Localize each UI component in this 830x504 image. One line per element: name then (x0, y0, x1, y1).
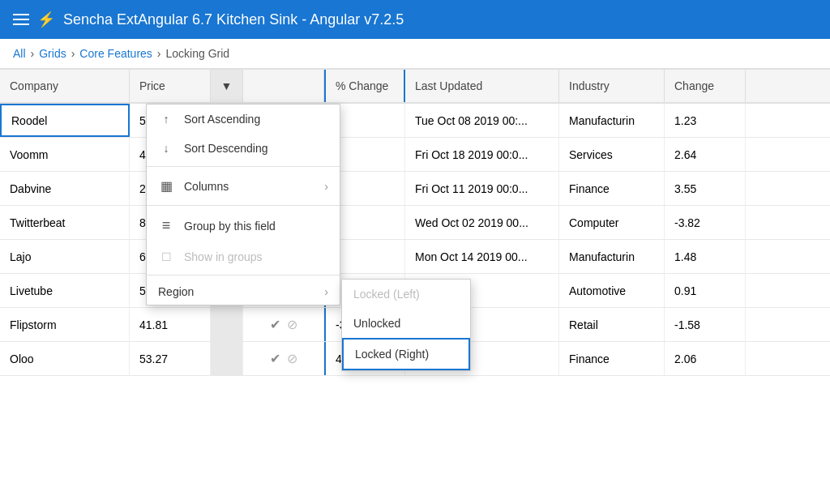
cell-change: 3.55 (665, 172, 746, 205)
cell-company: Flipstorm (0, 308, 130, 341)
breadcrumb: All › Grids › Core Features › Locking Gr… (0, 39, 830, 69)
cell-change: -1.58 (665, 308, 746, 341)
cell-change: 1.48 (665, 240, 746, 273)
checkbox-icon: ☐ (158, 250, 174, 263)
grid-header: Company Price ▼ % Change Last Updated In… (0, 70, 830, 104)
grid-container: Company Price ▼ % Change Last Updated In… (0, 69, 830, 501)
submenu-item-unlocked[interactable]: Unlocked (342, 309, 470, 338)
checkmark-icon: ✔ (270, 351, 280, 366)
cell-price: 53.27 (130, 342, 211, 375)
submenu-item-locked-left: Locked (Left) (342, 280, 470, 309)
col-header-industry[interactable]: Industry (559, 70, 665, 102)
cell-check: ✔ ⊘ (243, 308, 324, 341)
menu-divider-2 (147, 205, 340, 206)
app-title: Sencha ExtAngular 6.7 Kitchen Sink - Ang… (63, 11, 404, 28)
menu-item-group-by[interactable]: ≡ Group by this field (147, 209, 340, 242)
cell-lastupdated: Mon Oct 14 2019 00... (405, 240, 559, 273)
hamburger-menu[interactable] (13, 14, 29, 25)
menu-divider-3 (147, 275, 340, 275)
col-header-company[interactable]: Company (0, 70, 130, 102)
menu-label-sort-asc: Sort Ascending (184, 113, 328, 126)
cell-industry: Finance (559, 172, 665, 205)
breadcrumb-grids[interactable]: Grids (39, 47, 66, 60)
cell-company: Oloo (0, 342, 130, 375)
cell-change: 2.64 (665, 138, 746, 171)
cell-industry: Services (559, 138, 665, 171)
menu-item-region[interactable]: Region › Locked (Left) Unlocked Locked (… (147, 279, 340, 305)
table-row[interactable]: Roodel 59.47 Tue Oct 08 2019 00:... Manu… (0, 104, 830, 138)
table-row[interactable]: Twitterbeat 89.96 Wed Oct 02 2019 00... … (0, 206, 830, 240)
cell-industry: Manufacturin (559, 240, 665, 273)
menu-item-columns[interactable]: ▦ Columns › (147, 170, 340, 202)
cell-industry: Retail (559, 308, 665, 341)
menu-divider (147, 166, 340, 167)
cell-change: 2.06 (665, 342, 746, 375)
cell-industry: Manufacturin (559, 104, 665, 137)
cell-company: Twitterbeat (0, 206, 130, 239)
cell-price: 41.81 (130, 308, 211, 341)
region-submenu: Locked (Left) Unlocked Locked (Right) (341, 279, 471, 371)
table-row[interactable]: Dabvine 29.94 Fri Oct 11 2019 00:0... Fi… (0, 172, 830, 206)
sort-desc-icon: ↓ (158, 142, 174, 155)
submenu-arrow-icon: › (324, 180, 328, 193)
cell-lastupdated: Tue Oct 08 2019 00:... (405, 104, 559, 137)
sort-asc-icon: ↑ (158, 113, 174, 126)
cell-company: Dabvine (0, 172, 130, 205)
table-row[interactable]: Voomm 41.31 Fri Oct 18 2019 00:0... Serv… (0, 138, 830, 172)
checkmark-icon: ✔ (270, 317, 280, 332)
cell-change: 1.23 (665, 104, 746, 137)
cell-lastupdated: Wed Oct 02 2019 00... (405, 206, 559, 239)
cell-lastupdated: Fri Oct 11 2019 00:0... (405, 172, 559, 205)
menu-label-sort-desc: Sort Descending (184, 142, 328, 155)
menu-label-columns: Columns (184, 180, 314, 193)
cell-industry: Finance (559, 342, 665, 375)
cancel-icon: ⊘ (287, 317, 297, 332)
region-arrow-icon: › (324, 285, 328, 298)
breadcrumb-all[interactable]: All (13, 47, 26, 60)
col-header-pctchange[interactable]: % Change (324, 70, 405, 102)
cancel-icon: ⊘ (287, 351, 297, 366)
menu-label-show-groups: Show in groups (184, 250, 328, 263)
breadcrumb-core-features[interactable]: Core Features (79, 47, 152, 60)
cell-industry: Automotive (559, 274, 665, 307)
cell-company: Lajo (0, 240, 130, 273)
col-header-lastupdated[interactable]: Last Updated (405, 70, 559, 102)
submenu-item-locked-right[interactable]: Locked (Right) (342, 338, 470, 370)
table-row[interactable]: Lajo 65.51 Mon Oct 14 2019 00... Manufac… (0, 240, 830, 274)
col-header-check (243, 70, 324, 102)
cell-trigger (211, 342, 243, 375)
columns-icon: ▦ (158, 178, 174, 194)
column-context-menu: ↑ Sort Ascending ↓ Sort Descending ▦ Col… (146, 104, 340, 305)
cell-industry: Computer (559, 206, 665, 239)
col-trigger-button[interactable]: ▼ (211, 70, 243, 102)
cell-trigger (211, 308, 243, 341)
region-label: Region (158, 285, 194, 298)
col-header-price[interactable]: Price (130, 70, 211, 102)
menu-item-show-groups: ☐ Show in groups (147, 242, 340, 271)
col-header-change[interactable]: Change (665, 70, 746, 102)
group-by-icon: ≡ (158, 217, 174, 234)
menu-item-sort-desc[interactable]: ↓ Sort Descending (147, 134, 340, 163)
cell-change: 0.91 (665, 274, 746, 307)
menu-item-sort-asc[interactable]: ↑ Sort Ascending (147, 105, 340, 134)
cell-company: Voomm (0, 138, 130, 171)
cell-change: -3.82 (665, 206, 746, 239)
breadcrumb-current: Locking Grid (166, 47, 230, 60)
app-header: ⚡ Sencha ExtAngular 6.7 Kitchen Sink - A… (0, 0, 830, 39)
cell-check: ✔ ⊘ (243, 342, 324, 375)
cell-lastupdated: Fri Oct 18 2019 00:0... (405, 138, 559, 171)
dropdown-trigger-icon: ▼ (221, 79, 233, 92)
menu-label-group-by: Group by this field (184, 220, 328, 233)
cell-company: Livetube (0, 274, 130, 307)
cell-company: Roodel (0, 104, 130, 137)
sencha-logo-icon: ⚡ (37, 11, 55, 28)
